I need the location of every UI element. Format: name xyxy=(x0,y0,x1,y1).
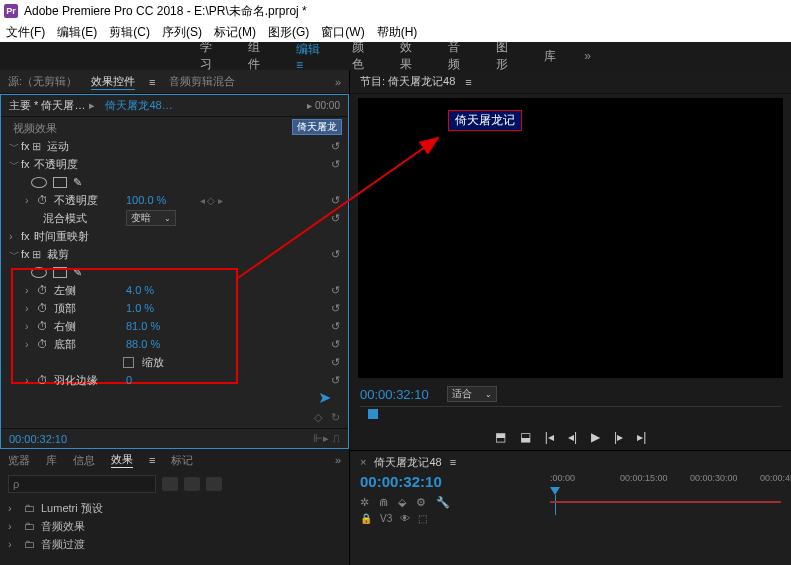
reset-icon[interactable]: ↺ xyxy=(331,212,340,225)
reset-icon[interactable]: ↺ xyxy=(331,374,340,387)
ws-color[interactable]: 颜色 xyxy=(352,39,372,73)
menu-graphic[interactable]: 图形(G) xyxy=(268,24,309,41)
row-crop-left[interactable]: ›⏱ 左侧 4.0 % ↺ xyxy=(1,281,348,299)
row-crop-bottom[interactable]: ›⏱ 底部 88.0 % ↺ xyxy=(1,335,348,353)
program-timecode[interactable]: 00:00:32:10 xyxy=(360,387,429,402)
zoom-fit-dropdown[interactable]: 适合⌄ xyxy=(447,386,497,402)
row-opacity-value[interactable]: ›⏱ 不透明度 100.0 % ◂ ◇ ▸ ↺ xyxy=(1,191,348,209)
playhead-icon[interactable] xyxy=(368,409,378,419)
ws-graphics[interactable]: 图形 xyxy=(496,39,516,73)
row-crop[interactable]: ﹀fx ⊞ 裁剪 ↺ xyxy=(1,245,348,263)
eye-icon[interactable]: 👁 xyxy=(400,513,410,524)
reset-icon[interactable]: ↺ xyxy=(331,194,340,207)
crop-right-value[interactable]: 81.0 % xyxy=(126,320,160,332)
reset-icon[interactable]: ↺ xyxy=(331,320,340,333)
menu-edit[interactable]: 编辑(E) xyxy=(57,24,97,41)
wrench-icon[interactable]: 🔧 xyxy=(436,496,450,509)
go-in-icon[interactable]: |◂ xyxy=(545,430,554,444)
reset-icon[interactable]: ↺ xyxy=(331,158,340,171)
menu-marker[interactable]: 标记(M) xyxy=(214,24,256,41)
ec-clip-link[interactable]: 倚天屠龙48… xyxy=(105,98,172,113)
program-scrubber[interactable] xyxy=(360,406,781,424)
preset-type-icon[interactable] xyxy=(184,477,200,491)
toggle-icon[interactable]: ⊩▸ xyxy=(313,432,329,445)
link-icon[interactable]: ⋒ xyxy=(379,496,388,509)
reset-icon[interactable]: ↺ xyxy=(331,338,340,351)
tab-program[interactable]: 节目: 倚天屠龙记48 xyxy=(360,74,455,89)
ec-timecode[interactable]: 00:00:32:10 xyxy=(9,433,67,445)
ws-learn[interactable]: 学习 xyxy=(200,39,220,73)
folder-audio-tr[interactable]: ›🗀音频过渡 xyxy=(8,535,341,553)
rect-mask-icon[interactable] xyxy=(53,177,67,188)
tab-source[interactable]: 源:（无剪辑） xyxy=(8,74,77,89)
step-back-icon[interactable]: ◂| xyxy=(568,430,577,444)
crop-left-value[interactable]: 4.0 % xyxy=(126,284,154,296)
tab-effect-controls[interactable]: 效果控件 xyxy=(91,74,135,90)
folder-lumetri[interactable]: ›🗀Lumetri 预设 xyxy=(8,499,341,517)
row-feather[interactable]: ›⏱ 羽化边缘 0 ↺ xyxy=(1,371,348,389)
preset-type-icon[interactable] xyxy=(206,477,222,491)
row-crop-right[interactable]: ›⏱ 右侧 81.0 % ↺ xyxy=(1,317,348,335)
pen-mask-icon[interactable]: ✎ xyxy=(73,176,82,189)
ws-library[interactable]: 库 xyxy=(544,48,556,65)
mark-in-icon[interactable]: ⬒ xyxy=(495,430,506,444)
ws-editing[interactable]: 编辑 xyxy=(296,41,325,72)
lock-icon[interactable]: 🔒 xyxy=(360,513,372,524)
ws-effects[interactable]: 效果 xyxy=(400,39,420,73)
tab-library[interactable]: 库 xyxy=(46,453,57,468)
track-header-v3[interactable]: 🔒 V3 👁 ⬚ xyxy=(360,513,550,524)
play-icon[interactable]: ▶ xyxy=(591,430,600,444)
timeline-timecode[interactable]: 00:00:32:10 xyxy=(360,473,550,490)
menu-clip[interactable]: 剪辑(C) xyxy=(109,24,150,41)
checkbox-icon[interactable] xyxy=(123,357,134,368)
stopwatch-icon[interactable]: ⏱ xyxy=(37,338,48,350)
go-out-icon[interactable]: ▸| xyxy=(637,430,646,444)
ws-assembly[interactable]: 组件 xyxy=(248,39,268,73)
row-motion[interactable]: ﹀fx ⊞ 运动 ↺ xyxy=(1,137,348,155)
ellipse-mask-icon[interactable] xyxy=(31,177,47,188)
step-fwd-icon[interactable]: |▸ xyxy=(614,430,623,444)
panel-overflow-icon[interactable]: » xyxy=(335,454,341,466)
mark-out-icon[interactable]: ⬓ xyxy=(520,430,531,444)
crop-top-value[interactable]: 1.0 % xyxy=(126,302,154,314)
timeline-sequence-tab[interactable]: 倚天屠龙记48 xyxy=(374,455,441,470)
row-opacity[interactable]: ﹀fx 不透明度 ↺ xyxy=(1,155,348,173)
menu-help[interactable]: 帮助(H) xyxy=(377,24,418,41)
preset-type-icon[interactable] xyxy=(162,477,178,491)
panel-overflow-icon[interactable]: » xyxy=(335,76,341,88)
stopwatch-icon[interactable]: ⏱ xyxy=(37,284,48,296)
wrench-icon[interactable]: ⎍ xyxy=(333,432,340,445)
effects-search-input[interactable] xyxy=(8,475,156,493)
reset-icon[interactable]: ↺ xyxy=(331,356,340,369)
timeline-playhead-icon[interactable] xyxy=(550,487,560,495)
reset-icon[interactable]: ↺ xyxy=(331,248,340,261)
folder-audio-fx[interactable]: ›🗀音频效果 xyxy=(8,517,341,535)
stopwatch-icon[interactable]: ⏱ xyxy=(37,374,48,386)
tab-audio-mixer[interactable]: 音频剪辑混合 xyxy=(169,74,235,89)
row-crop-zoom[interactable]: 缩放 ↺ xyxy=(1,353,348,371)
blend-mode-dropdown[interactable]: 变暗⌄ xyxy=(126,210,176,226)
tab-effects[interactable]: 效果 xyxy=(111,452,133,468)
row-time-remap[interactable]: ›fx 时间重映射 xyxy=(1,227,348,245)
tab-browser[interactable]: 览器 xyxy=(8,453,30,468)
menu-file[interactable]: 文件(F) xyxy=(6,24,45,41)
marker-icon[interactable]: ⬙ xyxy=(398,496,406,509)
ws-overflow-icon[interactable]: » xyxy=(584,49,591,63)
track-output-icon[interactable]: ⬚ xyxy=(418,513,427,524)
feather-value[interactable]: 0 xyxy=(126,374,132,386)
ws-audio[interactable]: 音频 xyxy=(448,39,468,73)
crop-bottom-value[interactable]: 88.0 % xyxy=(126,338,160,350)
selection-tool-icon[interactable]: ➤ xyxy=(318,388,331,407)
snap-icon[interactable]: ✲ xyxy=(360,496,369,509)
tab-info[interactable]: 信息 xyxy=(73,453,95,468)
row-crop-top[interactable]: ›⏱ 顶部 1.0 % ↺ xyxy=(1,299,348,317)
menu-sequence[interactable]: 序列(S) xyxy=(162,24,202,41)
menu-window[interactable]: 窗口(W) xyxy=(321,24,364,41)
stopwatch-icon[interactable]: ⏱ xyxy=(37,320,48,332)
reset-icon[interactable]: ↺ xyxy=(331,284,340,297)
reset-icon[interactable]: ↺ xyxy=(331,140,340,153)
tab-markers[interactable]: 标记 xyxy=(171,453,193,468)
reset-icon[interactable]: ↺ xyxy=(331,302,340,315)
opacity-value[interactable]: 100.0 % xyxy=(126,194,166,206)
stopwatch-icon[interactable]: ⏱ xyxy=(37,194,48,206)
